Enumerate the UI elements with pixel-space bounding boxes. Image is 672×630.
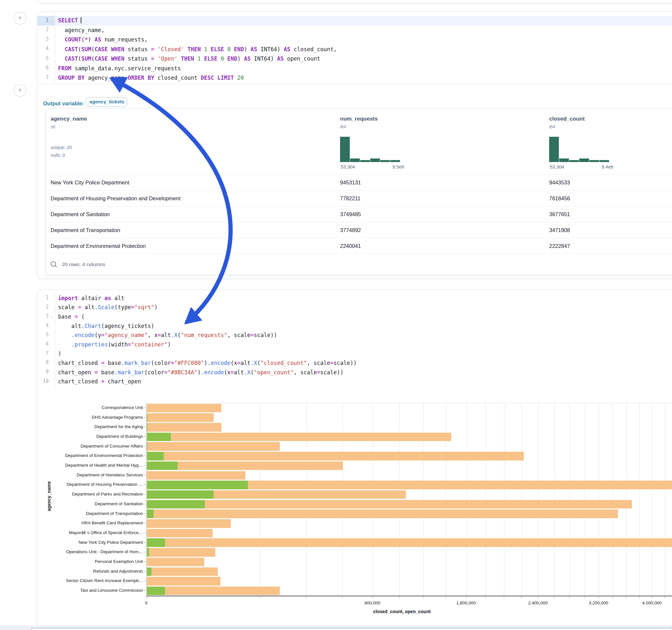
- output-variable-bar: Output variable: agency_tickets: [38, 84, 672, 108]
- table-row[interactable]: New York City Police Department945313194…: [46, 174, 672, 191]
- x-tick: [639, 597, 639, 598]
- x-tick: [554, 597, 554, 598]
- gridline: [373, 403, 373, 596]
- code-line[interactable]: 5 .encode(y="agency_name", x=alt.X("num_…: [38, 331, 672, 340]
- column-type: i64: [549, 124, 555, 129]
- y-axis-label: Department of Sanitation: [37, 501, 143, 506]
- code-line[interactable]: 8chart_closed = base.mark_bar(color="#FF…: [38, 358, 672, 368]
- histogram-bar: [370, 159, 380, 162]
- code-line[interactable]: 2 agency_name,: [38, 26, 672, 35]
- add-cell-button-output[interactable]: +: [14, 84, 26, 97]
- histogram-bar: [549, 137, 559, 162]
- y-axis-label: Taxi and Limousine Commission: [37, 588, 143, 593]
- next-cell-top-edge[interactable]: [31, 628, 672, 630]
- bar-open: [147, 452, 164, 461]
- code-line[interactable]: 6 .properties(width="container"): [38, 340, 672, 349]
- x-tick: [423, 597, 423, 598]
- table-row[interactable]: Department of Environmental Protection22…: [46, 238, 672, 254]
- histogram-range-labels: 53,3049.5e6: [341, 164, 404, 169]
- y-tick: [144, 523, 146, 524]
- table-preview-card: agency_namestrunique: 20nulls: 0num_requ…: [46, 108, 672, 275]
- code-line[interactable]: 5 CAST(SUM(CASE WHEN status = 'Open' THE…: [38, 54, 672, 64]
- gridline: [466, 403, 467, 596]
- code-line[interactable]: 7GROUP BY agency_name ORDER BY closed_co…: [38, 73, 672, 83]
- collapse-chevron-icon[interactable]: ⌄: [51, 314, 53, 319]
- line-gutter: 5: [38, 331, 55, 340]
- gridline: [399, 403, 400, 596]
- x-axis-tick-label: 1,600,000: [443, 601, 489, 605]
- table-footer: 20 rows, 4 columns: [46, 253, 672, 274]
- code-line[interactable]: 3 COUNT(*) AS num_requests,: [38, 35, 672, 45]
- code-line[interactable]: 2scale = alt.Scale(type="sqrt"): [38, 303, 672, 312]
- line-number: 2: [39, 27, 49, 32]
- bar-closed: [147, 471, 245, 480]
- add-cell-button-top[interactable]: +: [14, 12, 26, 24]
- x-tick: [626, 597, 626, 598]
- y-axis-label: Mayorâ€ s Office of Special Enforce…: [37, 530, 143, 535]
- bar-open: [147, 538, 165, 547]
- x-tick: [485, 597, 486, 598]
- bar-open: [147, 587, 165, 595]
- notebook-page: { "colors": { "arrow_blue": "#2B57D9", "…: [0, 0, 672, 630]
- code-line[interactable]: 9chart_open = base.mark_bar(color="#8BC3…: [38, 368, 672, 377]
- code-line[interactable]: 4 CAST(SUM(CASE WHEN status = 'Closed' T…: [38, 45, 672, 54]
- histogram-bar: [589, 160, 599, 162]
- line-gutter: 5: [38, 54, 55, 64]
- x-axis-tick-label: 800,000: [350, 601, 395, 605]
- bar-open: [147, 567, 151, 576]
- column-histogram: [549, 137, 613, 162]
- x-tick: [569, 597, 570, 598]
- collapse-chevron-icon[interactable]: ⌄: [51, 19, 53, 23]
- code-text: chart_open = base.mark_bar(color="#8BC34…: [58, 369, 343, 375]
- table-cell: 9453131: [340, 175, 361, 191]
- line-number: 10: [39, 378, 49, 384]
- code-text: chart_closed + chart_open: [58, 378, 141, 385]
- code-line[interactable]: 7): [38, 349, 672, 359]
- python-code-editor[interactable]: 1import altair as alt2scale = alt.Scale(…: [38, 294, 672, 388]
- code-line[interactable]: 4 alt.Chart(agency_tickets): [38, 321, 672, 331]
- code-line[interactable]: 3⌄base = (: [38, 312, 672, 321]
- gridline: [522, 403, 522, 596]
- code-line[interactable]: 10chart_closed + chart_open: [38, 377, 672, 386]
- column-header-num_requests[interactable]: num_requests: [340, 116, 378, 122]
- line-number: 3: [39, 36, 49, 42]
- table-row[interactable]: Department of Housing Preservation and D…: [46, 190, 672, 207]
- column-header-closed_count[interactable]: closed_count: [549, 116, 585, 122]
- bar-closed: [147, 433, 451, 441]
- y-tick: [144, 562, 146, 562]
- x-axis-title: closed_count, open_count: [373, 609, 431, 614]
- gridline: [599, 403, 599, 596]
- table-row[interactable]: Department of Transportation377489234719…: [46, 222, 672, 238]
- column-header-agency_name[interactable]: agency_name: [51, 116, 87, 122]
- output-variable-pill[interactable]: agency_tickets: [86, 97, 127, 106]
- gridline: [446, 403, 446, 596]
- line-gutter: 8: [38, 358, 55, 368]
- column-type: i64: [340, 124, 346, 129]
- bar-closed: [147, 452, 524, 461]
- search-icon[interactable]: [51, 261, 56, 267]
- gridline: [260, 403, 260, 596]
- bar-closed: [147, 587, 280, 595]
- line-gutter: 7: [38, 73, 55, 83]
- code-line[interactable]: 1⌄SELECT: [38, 16, 672, 26]
- code-line[interactable]: 1import altair as alt: [38, 294, 672, 303]
- line-number: 5: [39, 332, 49, 338]
- y-tick: [144, 475, 146, 476]
- x-tick: [613, 597, 613, 598]
- histogram-bar: [390, 160, 400, 162]
- x-tick: [504, 597, 504, 598]
- y-axis-label: Operations Unit - Department of Hom…: [37, 549, 143, 554]
- column-meta: nulls: 0: [51, 153, 65, 158]
- line-number: 5: [39, 55, 49, 61]
- table-row[interactable]: Department of Sanitation37494853677651: [46, 206, 672, 222]
- y-axis-label: Department of Health and Mental Hyg…: [37, 463, 143, 468]
- sql-code-editor[interactable]: 1⌄SELECT2 agency_name,3 COUNT(*) AS num_…: [38, 16, 672, 84]
- histogram-bar: [569, 160, 579, 162]
- table-cell: New York City Police Department: [51, 175, 129, 191]
- code-line[interactable]: 6FROM sample_data.nyc.service_requests: [38, 64, 672, 74]
- bar-open: [147, 490, 214, 499]
- bar-closed: [147, 548, 215, 557]
- bar-closed: [147, 567, 218, 576]
- bar-open: [147, 481, 248, 489]
- x-tick: [521, 597, 522, 598]
